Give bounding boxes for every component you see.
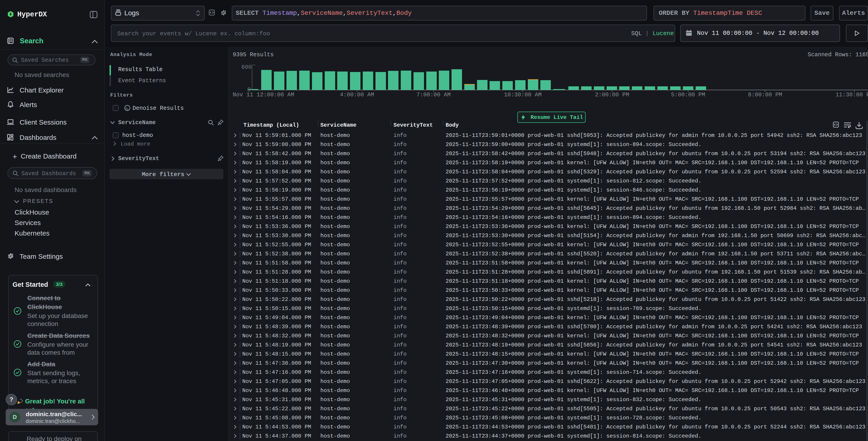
svg-text:Nov 11 12:00:00 AM: Nov 11 12:00:00 AM bbox=[233, 92, 294, 98]
svg-text:11:30:00 PM: 11:30:00 PM bbox=[835, 92, 868, 98]
svg-text:4:00:00 AM: 4:00:00 AM bbox=[340, 92, 374, 98]
svg-text:8:00:00 PM: 8:00:00 PM bbox=[748, 92, 782, 98]
svg-text:600: 600 bbox=[241, 64, 252, 70]
svg-text:2:00:00 PM: 2:00:00 PM bbox=[595, 92, 629, 98]
svg-text:10:30:00 AM: 10:30:00 AM bbox=[504, 92, 541, 98]
svg-text:5:00:00 PM: 5:00:00 PM bbox=[671, 92, 705, 98]
svg-text:0: 0 bbox=[247, 87, 251, 93]
svg-text:7:00:00 AM: 7:00:00 AM bbox=[416, 92, 451, 98]
